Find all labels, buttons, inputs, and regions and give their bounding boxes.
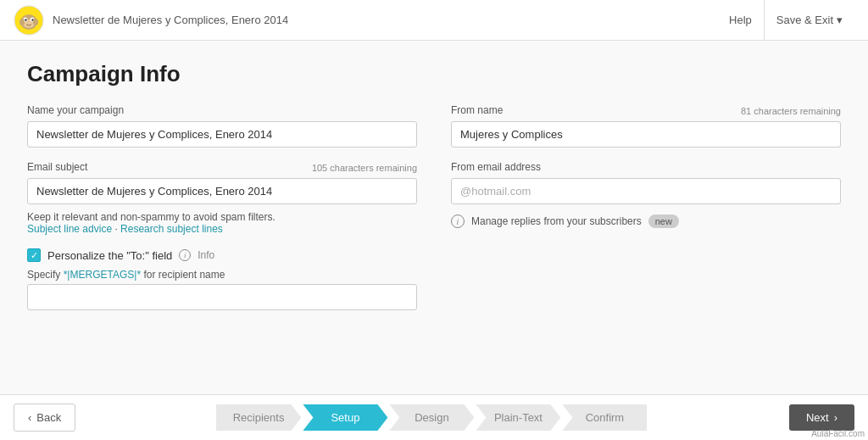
email-subject-label: Email subject — [27, 161, 87, 173]
svg-point-8 — [33, 19, 38, 25]
back-button[interactable]: ‹ Back — [14, 404, 75, 432]
from-name-input[interactable] — [451, 121, 841, 148]
mailchimp-logo-icon — [14, 5, 44, 36]
step-design[interactable]: Design — [389, 404, 474, 431]
manage-replies-text: Manage replies from your subscribers — [471, 215, 642, 227]
top-nav-left: Newsletter de Mujeres y Complices, Enero… — [14, 5, 288, 36]
email-subject-input[interactable] — [27, 178, 417, 204]
from-email-group: From email address i Manage replies from… — [451, 161, 841, 235]
save-exit-button[interactable]: Save & Exit ▾ — [765, 0, 854, 41]
personalize-checkbox[interactable] — [27, 248, 41, 262]
from-email-input[interactable] — [451, 178, 841, 204]
from-name-label: From name — [451, 104, 503, 116]
from-name-group: From name 81 characters remaining — [451, 104, 841, 148]
page-title: Campaign Info — [27, 61, 841, 87]
campaign-name-group: Name your campaign — [27, 104, 417, 148]
personalize-info-label: Info — [198, 249, 214, 261]
email-subject-label-row: Email subject 105 characters remaining — [27, 161, 417, 175]
spam-warning: Keep it relevant and non-spammy to avoid… — [27, 211, 417, 235]
new-badge: new — [648, 214, 679, 228]
aula-facil-credit: AulaFacil.com — [808, 427, 868, 440]
top-nav: Newsletter de Mujeres y Complices, Enero… — [0, 0, 868, 41]
chevron-right-icon: › — [834, 411, 837, 424]
subject-line-advice-link[interactable]: Subject line advice — [27, 223, 112, 235]
mergetags-input[interactable] — [27, 284, 417, 310]
help-link[interactable]: Help — [717, 0, 765, 41]
personalize-label: Personalize the "To:" field — [47, 249, 172, 262]
mergetags-link[interactable]: *|MERGETAGS|* — [64, 269, 141, 281]
from-name-chars: 81 characters remaining — [741, 106, 841, 116]
campaign-title: Newsletter de Mujeres y Complices, Enero… — [53, 14, 288, 26]
campaign-name-input[interactable] — [27, 121, 417, 148]
chevron-down-icon: ▾ — [837, 14, 843, 26]
specify-row: Specify *|MERGETAGS|* for recipient name — [27, 269, 841, 281]
chevron-left-icon: ‹ — [28, 411, 31, 424]
personalize-info-icon: i — [179, 249, 191, 261]
from-email-label: From email address — [451, 161, 541, 173]
main-content: Campaign Info Name your campaign From na… — [0, 41, 868, 394]
top-nav-right: Help Save & Exit ▾ — [717, 0, 854, 41]
personalize-row: Personalize the "To:" field i Info — [27, 248, 841, 262]
step-confirm[interactable]: Confirm — [562, 404, 647, 431]
research-subject-lines-link[interactable]: Research subject lines — [120, 223, 223, 235]
email-subject-group: Email subject 105 characters remaining K… — [27, 161, 417, 235]
form-grid: Name your campaign From name 81 characte… — [27, 104, 841, 235]
steps-nav: Recipients Setup Design Plain-Text Confi… — [216, 404, 649, 431]
manage-replies-row: i Manage replies from your subscribers n… — [451, 214, 841, 228]
svg-point-7 — [19, 19, 25, 25]
info-icon: i — [451, 214, 465, 228]
step-setup[interactable]: Setup — [303, 404, 387, 431]
step-recipients[interactable]: Recipients — [216, 404, 302, 431]
from-name-label-row: From name 81 characters remaining — [451, 104, 841, 118]
from-email-label-row: From email address — [451, 161, 841, 175]
email-subject-chars: 105 characters remaining — [312, 163, 417, 173]
campaign-name-label-row: Name your campaign — [27, 104, 417, 118]
campaign-name-label: Name your campaign — [27, 104, 124, 116]
bottom-bar: ‹ Back Recipients Setup Design Plain-Tex… — [0, 394, 868, 440]
svg-point-5 — [25, 19, 26, 20]
step-plain-text[interactable]: Plain-Text — [476, 404, 560, 431]
